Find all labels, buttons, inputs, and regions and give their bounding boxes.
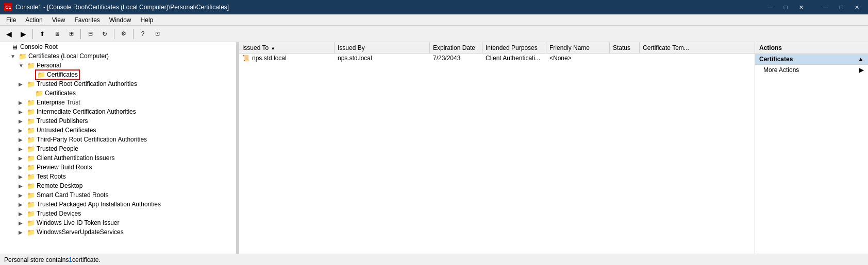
tree-item-trusted-people[interactable]: ▶ 📁 Trusted People [0,144,236,153]
tree-item-preview-build[interactable]: ▶ 📁 Preview Build Roots [0,163,236,172]
tree-item-smart-card[interactable]: ▶ 📁 Smart Card Trusted Roots [0,190,236,200]
menu-help[interactable]: Help [137,15,158,25]
col-header-issued-to[interactable]: Issued To ▲ [239,42,335,54]
window-title: Console1 - [Console Root\Certificates (L… [15,4,229,11]
tree-item-remote-desktop[interactable]: ▶ 📁 Remote Desktop [0,181,236,190]
status-suffix: certificate. [72,256,101,263]
tree-label-preview-build: Preview Build Roots [37,164,92,171]
tree-label-intermediate-ca: Intermediate Certification Authorities [37,108,136,115]
folder-icon-wsus: 📁 [27,228,35,236]
title-bar: C1 Console1 - [Console Root\Certificates… [0,0,868,14]
folder-icon-personal: 📁 [27,61,35,69]
expand-trusted-publishers: ▶ [19,118,27,124]
actions-section-arrow: ▲ [858,56,864,63]
menu-favorites[interactable]: Favorites [71,15,104,25]
table-row[interactable]: 📜 nps.std.local nps.std.local 7/23/2043 … [239,54,755,63]
expand-windows-live: ▶ [19,220,27,226]
tree-label-trusted-publishers: Trusted Publishers [37,117,88,125]
folder-icon-console-root: 🖥 [10,43,19,51]
back-btn[interactable]: ◀ [2,28,15,40]
tree-item-trusted-publishers[interactable]: ▶ 📁 Trusted Publishers [0,116,236,126]
tree-item-untrusted-certs[interactable]: ▶ 📁 Untrusted Certificates [0,126,236,135]
expand-trusted-people: ▶ [19,146,27,152]
tree-item-windows-live[interactable]: ▶ 📁 Windows Live ID Token Issuer [0,218,236,227]
folder-icon-certificates: 📁 [37,70,45,79]
cell-expiration: 7/23/2043 [430,54,482,63]
toolbar-separator-1 [32,29,33,39]
tree-label-trusted-root-certs: Certificates [45,90,76,97]
tree-label-untrusted-certs: Untrusted Certificates [37,127,96,134]
folder-icon-trusted-devices: 📁 [27,209,35,218]
refresh-btn[interactable]: ↻ [98,28,111,40]
menu-window[interactable]: Window [105,15,136,25]
cell-issued-by: nps.std.local [335,54,430,63]
expand-wsus: ▶ [19,229,27,235]
minimize-btn[interactable]: — [819,2,833,12]
close-btn[interactable]: ✕ [849,2,864,12]
folder-icon-trusted-people: 📁 [27,145,35,153]
tree-item-certificates[interactable]: 📁 Certificates [0,70,236,79]
folder-icon-smart-card: 📁 [27,191,35,199]
tree-item-intermediate-ca[interactable]: ▶ 📁 Intermediate Certification Authoriti… [0,107,236,116]
expand-enterprise-trust: ▶ [19,100,27,105]
actions-link-more-actions[interactable]: More Actions ▶ [755,65,868,75]
console-btn[interactable]: ⊡ [151,28,164,40]
tree-label-third-party-root: Third-Party Root Certification Authoriti… [37,136,147,143]
cell-status [610,54,640,63]
column-headers: Issued To ▲ Issued By Expiration Date In… [239,42,755,54]
tree-item-trusted-devices[interactable]: ▶ 📁 Trusted Devices [0,209,236,218]
inner-close-btn[interactable]: ✕ [794,2,808,12]
tree-item-client-auth[interactable]: ▶ 📁 Client Authentication Issuers [0,153,236,163]
col-header-cert-temp[interactable]: Certificate Tem... [640,42,691,54]
expand-client-auth: ▶ [19,155,27,161]
tree-label-trusted-people: Trusted People [37,145,78,152]
title-bar-controls: — □ ✕ — □ ✕ [763,2,864,12]
cell-cert-temp [640,54,691,63]
cert-highlight-box: 📁 Certificates [35,69,80,80]
col-header-friendly[interactable]: Friendly Name [546,42,610,54]
tree-item-enterprise-trust[interactable]: ▶ 📁 Enterprise Trust [0,98,236,107]
col-header-intended[interactable]: Intended Purposes [482,42,546,54]
tree-item-trusted-packaged[interactable]: ▶ 📁 Trusted Packaged App Installation Au… [0,200,236,209]
tree-label-remote-desktop: Remote Desktop [37,182,82,189]
tree-item-test-roots[interactable]: ▶ 📁 Test Roots [0,172,236,181]
maximize-btn[interactable]: □ [834,2,848,12]
expand-third-party-root: ▶ [19,137,27,143]
cell-friendly: <None> [546,54,610,63]
col-header-issued-by[interactable]: Issued By [335,42,430,54]
tree-item-console-root[interactable]: 🖥 Console Root [0,42,236,51]
menu-file[interactable]: File [2,15,20,25]
show-hide-btn[interactable]: 🖥 [50,28,63,40]
tree-item-third-party-root[interactable]: ▶ 📁 Third-Party Root Certification Autho… [0,135,236,144]
col-header-expiration[interactable]: Expiration Date [430,42,482,54]
up-btn[interactable]: ⬆ [36,28,49,40]
menu-view[interactable]: View [48,15,70,25]
properties-btn[interactable]: ⚙ [117,28,130,40]
expand-trusted-root: ▶ [19,81,27,87]
new-window-btn[interactable]: ⊟ [84,28,97,40]
inner-maximize-btn[interactable]: □ [778,2,793,12]
tree-item-trusted-root-certs[interactable]: 📁 Certificates [0,89,236,98]
menu-action[interactable]: Action [21,15,46,25]
tree-item-certs-local[interactable]: ▼ 📁 Certificates (Local Computer) [0,51,236,61]
help-btn[interactable]: ? [136,28,149,40]
tree-label-windows-live: Windows Live ID Token Issuer [37,219,120,226]
actions-panel: Actions Certificates ▲ More Actions ▶ [755,42,868,254]
folder-icon-trusted-packaged: 📁 [27,200,35,208]
app-icon: C1 [4,3,12,11]
tree-item-wsus[interactable]: ▶ 📁 WindowsServerUpdateServices [0,227,236,237]
forward-btn[interactable]: ▶ [16,28,30,40]
tree-label-smart-card: Smart Card Trusted Roots [37,191,108,199]
col-header-status[interactable]: Status [610,42,640,54]
actions-section-certificates[interactable]: Certificates ▲ [755,54,868,65]
tree-item-personal[interactable]: ▼ 📁 Personal [0,61,236,70]
inner-minimize-btn[interactable]: — [763,2,777,12]
view-btn[interactable]: ⊞ [64,28,78,40]
tree-label-trusted-root: Trusted Root Certification Authorities [37,80,137,87]
content-panel: Issued To ▲ Issued By Expiration Date In… [239,42,755,254]
tree-item-trusted-root[interactable]: ▶ 📁 Trusted Root Certification Authoriti… [0,79,236,89]
folder-icon-trusted-root-certs: 📁 [35,89,43,97]
actions-title: Actions [755,42,868,54]
more-actions-arrow: ▶ [859,66,864,74]
expand-intermediate-ca: ▶ [19,109,27,115]
